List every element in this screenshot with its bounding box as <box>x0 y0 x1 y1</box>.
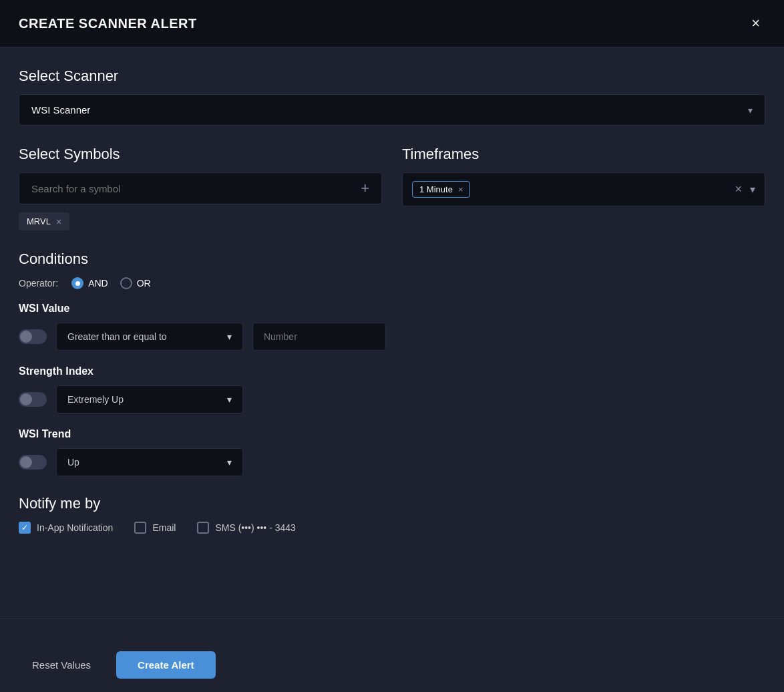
wsi-value-dropdown[interactable]: Greater than or equal to ▾ <box>56 323 243 351</box>
add-symbol-button[interactable]: + <box>361 181 369 196</box>
symbol-tag-label: MRVL <box>27 216 51 226</box>
inapp-label: In-App Notification <box>37 522 113 533</box>
wsi-value-toggle[interactable] <box>19 329 47 344</box>
wsi-trend-label: WSI Trend <box>19 428 765 440</box>
clear-timeframes-button[interactable]: × <box>735 182 742 196</box>
symbols-timeframes-row: Select Symbols + MRVL × Timeframes 1 Min… <box>19 146 765 230</box>
reset-button[interactable]: Reset Values <box>19 653 104 677</box>
timeframe-tag-label: 1 Minute <box>419 184 453 194</box>
conditions-section: Conditions Operator: AND OR WSI Value <box>19 250 765 476</box>
strength-index-block: Strength Index Extremely Up ▾ <box>19 365 765 413</box>
timeframe-select[interactable]: 1 Minute × × ▾ <box>402 172 765 206</box>
modal-body: Select Scanner WSI Scanner ▾ Select Symb… <box>0 47 784 619</box>
strength-index-dropdown[interactable]: Extremely Up ▾ <box>56 385 243 413</box>
wsi-value-dropdown-value: Greater than or equal to <box>67 331 167 342</box>
remove-timeframe-button[interactable]: × <box>458 185 463 194</box>
strength-index-row: Extremely Up ▾ <box>19 385 765 413</box>
modal-header: CREATE SCANNER ALERT × <box>0 0 784 47</box>
scanner-dropdown[interactable]: WSI Scanner ▾ <box>19 94 765 126</box>
footer-divider <box>0 619 784 619</box>
wsi-value-number-input[interactable] <box>252 323 386 351</box>
email-label: Email <box>152 522 176 533</box>
symbols-section: Select Symbols + MRVL × <box>19 146 382 230</box>
notify-section: Notify me by In-App Notification Email S… <box>19 495 765 534</box>
operator-label: Operator: <box>19 278 58 289</box>
wsi-value-label: WSI Value <box>19 303 765 315</box>
sms-checkbox[interactable] <box>197 522 209 534</box>
email-checkbox[interactable] <box>134 522 146 534</box>
strength-index-chevron-icon: ▾ <box>227 394 232 405</box>
strength-index-dropdown-value: Extremely Up <box>67 394 124 405</box>
timeframes-section: Timeframes 1 Minute × × ▾ <box>402 146 765 230</box>
or-label: OR <box>137 278 151 289</box>
and-label: AND <box>88 278 108 289</box>
wsi-trend-row: Up ▾ <box>19 448 765 476</box>
wsi-value-row: Greater than or equal to ▾ <box>19 323 765 351</box>
symbol-search-row: + <box>19 172 382 204</box>
wsi-value-chevron-icon: ▾ <box>227 331 232 342</box>
timeframe-controls: × ▾ <box>735 182 755 196</box>
notify-sms-option[interactable]: SMS (•••) ••• - 3443 <box>197 522 295 534</box>
symbols-label: Select Symbols <box>19 146 382 163</box>
create-alert-button[interactable]: Create Alert <box>116 651 215 679</box>
remove-symbol-button[interactable]: × <box>56 217 61 226</box>
operator-radio-group: AND OR <box>71 277 151 289</box>
wsi-trend-dropdown[interactable]: Up ▾ <box>56 448 243 476</box>
modal-title: CREATE SCANNER ALERT <box>19 16 197 31</box>
symbol-search-input[interactable] <box>31 183 361 194</box>
close-button[interactable]: × <box>746 13 765 33</box>
chevron-down-icon: ▾ <box>748 105 753 116</box>
wsi-trend-dropdown-value: Up <box>67 457 79 468</box>
timeframes-label: Timeframes <box>402 146 765 163</box>
inapp-checkbox[interactable] <box>19 522 31 534</box>
wsi-trend-block: WSI Trend Up ▾ <box>19 428 765 476</box>
wsi-trend-chevron-icon: ▾ <box>227 457 232 468</box>
select-scanner-label: Select Scanner <box>19 67 765 85</box>
strength-index-label: Strength Index <box>19 365 765 377</box>
wsi-trend-toggle[interactable] <box>19 455 47 470</box>
notify-email-option[interactable]: Email <box>134 522 176 534</box>
or-radio-circle <box>120 277 132 289</box>
notify-options: In-App Notification Email SMS (•••) ••• … <box>19 522 765 534</box>
notify-inapp-option[interactable]: In-App Notification <box>19 522 113 534</box>
strength-index-toggle[interactable] <box>19 392 47 407</box>
scanner-dropdown-value: WSI Scanner <box>31 104 90 116</box>
modal-container: CREATE SCANNER ALERT × Select Scanner WS… <box>0 0 784 692</box>
operator-and-option[interactable]: AND <box>71 277 108 289</box>
notify-label: Notify me by <box>19 495 765 512</box>
wsi-value-block: WSI Value Greater than or equal to ▾ <box>19 303 765 351</box>
and-radio-circle <box>71 277 83 289</box>
conditions-label: Conditions <box>19 250 765 268</box>
operator-or-option[interactable]: OR <box>120 277 151 289</box>
timeframe-chevron-button[interactable]: ▾ <box>750 183 755 196</box>
symbol-tag-mrvl: MRVL × <box>19 212 69 230</box>
sms-label: SMS (•••) ••• - 3443 <box>215 522 295 533</box>
operator-row: Operator: AND OR <box>19 277 765 289</box>
footer-buttons: Reset Values Create Alert <box>0 638 784 692</box>
timeframe-tag: 1 Minute × <box>412 181 470 198</box>
